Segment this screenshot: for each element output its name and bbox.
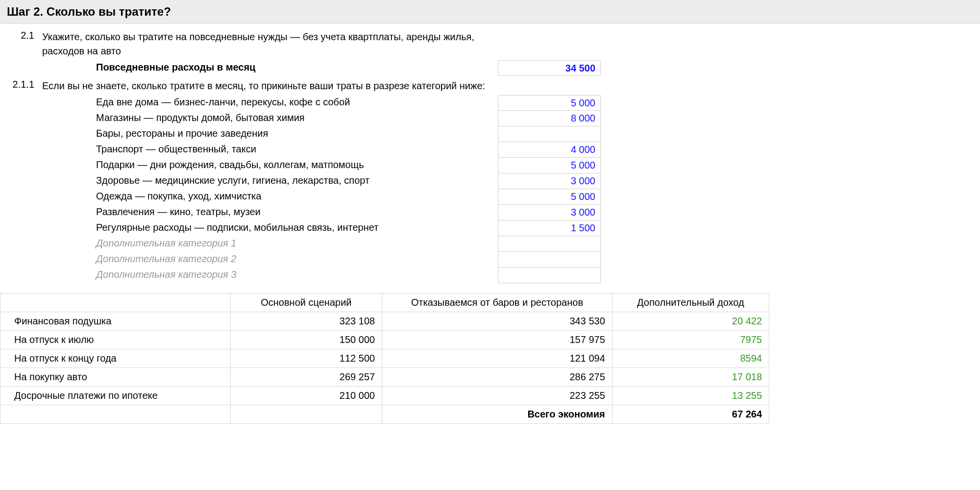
category-label: Дополнительная категория 2 — [42, 252, 498, 266]
summary-total-row: Всего экономия67 264 — [0, 405, 769, 424]
category-value-input[interactable] — [498, 236, 601, 252]
summary-header: Дополнительный доход — [612, 294, 769, 312]
category-value-input[interactable]: 4 000 — [498, 142, 601, 158]
summary-cell: 112 500 — [230, 349, 382, 368]
summary-total-label: Всего экономия — [382, 405, 612, 424]
table-row: На покупку авто269 257286 27517 018 — [0, 368, 769, 387]
table-row: На отпуск к июлю150 000157 9757975 — [0, 331, 769, 349]
category-label: Еда вне дома — бизнес-ланчи, перекусы, к… — [42, 95, 498, 109]
summary-header — [0, 294, 231, 312]
summary-cell: 343 530 — [382, 312, 612, 331]
category-value-input[interactable] — [498, 252, 601, 268]
monthly-expenses-input[interactable]: 34 500 — [498, 60, 601, 76]
summary-row-label: На отпуск к июлю — [0, 331, 231, 349]
summary-cell: 210 000 — [230, 387, 382, 405]
category-label: Дополнительная категория 1 — [42, 236, 498, 250]
category-value-input[interactable]: 5 000 — [498, 158, 601, 173]
category-value-input[interactable] — [498, 268, 601, 283]
step-title: Шаг 2. Сколько вы тратите? — [0, 0, 980, 24]
summary-header: Отказываемся от баров и ресторанов — [382, 294, 612, 312]
category-label: Развлечения — кино, театры, музеи — [42, 205, 498, 219]
category-label: Магазины — продукты домой, бытовая химия — [42, 111, 498, 125]
summary-row-label: На покупку авто — [0, 368, 231, 387]
summary-cell-delta: 8594 — [612, 349, 769, 368]
summary-row-label: Досрочные платежи по ипотеке — [0, 387, 231, 405]
category-label: Дополнительная категория 3 — [42, 268, 498, 282]
summary-cell-delta: 20 422 — [612, 312, 769, 331]
table-row: Финансовая подушка323 108343 53020 422 — [0, 312, 769, 331]
item-number-2-1-1: 2.1.1 — [8, 79, 42, 90]
summary-cell: 323 108 — [230, 312, 382, 331]
category-label: Регулярные расходы — подписки, мобильная… — [42, 220, 498, 235]
category-value-input[interactable]: 1 500 — [498, 220, 601, 236]
item-text-2-1: Укажите, сколько вы тратите на повседнев… — [42, 30, 498, 58]
summary-row-label: На отпуск к концу года — [0, 349, 231, 368]
summary-cell: 286 275 — [382, 368, 612, 387]
category-label: Одежда — покупка, уход, химчистка — [42, 189, 498, 203]
summary-cell: 150 000 — [230, 331, 382, 349]
item-number-2-1: 2.1 — [8, 30, 42, 41]
category-value-input[interactable] — [498, 126, 601, 142]
summary-cell-delta: 7975 — [612, 331, 769, 349]
summary-row-label: Финансовая подушка — [0, 312, 231, 331]
category-label: Подарки — дни рождения, свадьбы, коллега… — [42, 158, 498, 172]
summary-total-value: 67 264 — [612, 405, 769, 424]
summary-cell: 269 257 — [230, 368, 382, 387]
table-row: Досрочные платежи по ипотеке210 000223 2… — [0, 387, 769, 405]
summary-cell: 121 094 — [382, 349, 612, 368]
category-label: Транспорт — общественный, такси — [42, 142, 498, 156]
summary-cell: 157 975 — [382, 331, 612, 349]
summary-cell-delta: 13 255 — [612, 387, 769, 405]
monthly-expenses-label: Повседневные расходы в месяц — [42, 60, 498, 74]
category-label: Бары, рестораны и прочие заведения — [42, 126, 498, 141]
item-text-2-1-1: Если вы не знаете, сколько тратите в мес… — [42, 79, 972, 93]
summary-header: Основной сценарий — [230, 294, 382, 312]
category-label: Здоровье — медицинские услуги, гигиена, … — [42, 173, 498, 188]
category-value-input[interactable]: 3 000 — [498, 173, 601, 189]
summary-cell: 223 255 — [382, 387, 612, 405]
category-value-input[interactable]: 8 000 — [498, 111, 601, 126]
category-value-input[interactable]: 5 000 — [498, 189, 601, 205]
category-value-input[interactable]: 3 000 — [498, 205, 601, 220]
summary-table: Основной сценарийОтказываемся от баров и… — [0, 293, 769, 424]
table-row: На отпуск к концу года112 500121 0948594 — [0, 349, 769, 368]
category-value-input[interactable]: 5 000 — [498, 95, 601, 111]
summary-cell-delta: 17 018 — [612, 368, 769, 387]
